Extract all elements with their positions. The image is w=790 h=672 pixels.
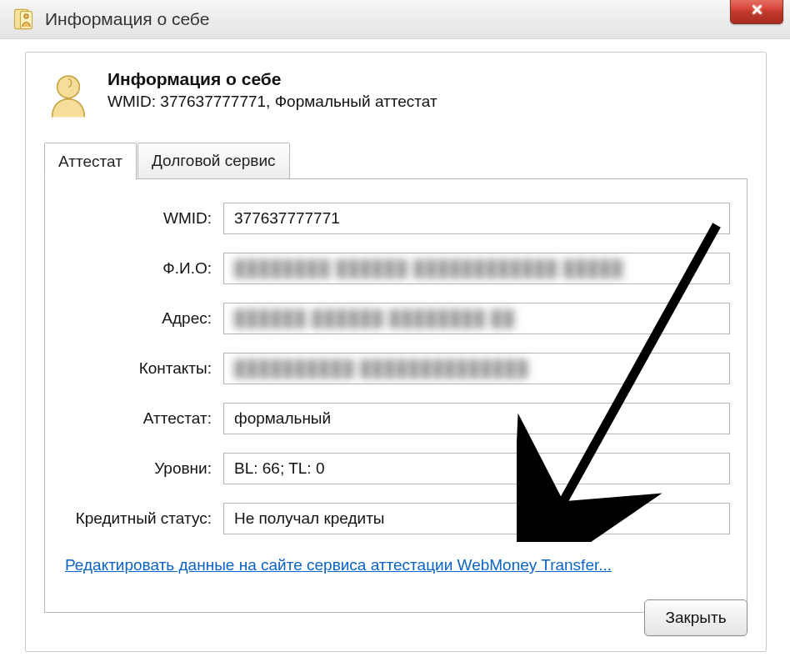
header-row: Информация о себе WMID: 377637777771, Фо… bbox=[44, 69, 748, 119]
tabstrip: Аттестат Долговой сервис bbox=[44, 143, 748, 179]
label-address: Адрес: bbox=[62, 309, 223, 328]
info-window: Информация о себе ✕ Информация о себе WM… bbox=[0, 0, 790, 672]
user-avatar-icon bbox=[44, 71, 92, 119]
close-button-label: Закрыть bbox=[665, 609, 726, 627]
field-certificate[interactable]: формальный bbox=[223, 403, 730, 434]
field-credit[interactable]: Не получал кредиты bbox=[223, 503, 730, 534]
field-address[interactable]: ██████ ██████ ████████ ██ bbox=[223, 303, 730, 334]
field-fio[interactable]: ████████ ██████ ████████████ █████ bbox=[223, 253, 730, 284]
app-icon bbox=[12, 8, 35, 31]
edit-data-link[interactable]: Редактировать данные на сайте сервиса ат… bbox=[65, 556, 612, 574]
row-contacts: Контакты: ██████████ ██████████████ bbox=[62, 353, 730, 384]
label-contacts: Контакты: bbox=[62, 359, 223, 378]
header-title: Информация о себе bbox=[108, 69, 438, 89]
label-levels: Уровни: bbox=[62, 459, 223, 478]
field-wmid[interactable]: 377637777771 bbox=[223, 203, 730, 234]
form-area: WMID: 377637777771 Ф.И.О: ████████ █████… bbox=[44, 179, 748, 613]
row-levels: Уровни: BL: 66; TL: 0 bbox=[62, 453, 730, 484]
label-fio: Ф.И.О: bbox=[62, 259, 223, 278]
row-address: Адрес: ██████ ██████ ████████ ██ bbox=[62, 303, 730, 334]
row-credit: Кредитный статус: Не получал кредиты bbox=[62, 503, 730, 534]
field-levels[interactable]: BL: 66; TL: 0 bbox=[223, 453, 730, 484]
window-close-button[interactable]: ✕ bbox=[730, 0, 783, 24]
row-fio: Ф.И.О: ████████ ██████ ████████████ ████… bbox=[62, 253, 730, 284]
titlebar: Информация о себе ✕ bbox=[0, 0, 790, 39]
label-certificate: Аттестат: bbox=[62, 409, 223, 428]
svg-point-2 bbox=[24, 14, 28, 18]
label-wmid: WMID: bbox=[62, 209, 223, 228]
window-title: Информация о себе bbox=[45, 9, 209, 29]
row-wmid: WMID: 377637777771 bbox=[62, 203, 730, 234]
close-button[interactable]: Закрыть bbox=[644, 599, 748, 636]
header-subtitle: WMID: 377637777771, Формальный аттестат bbox=[108, 93, 438, 111]
tab-debt-service[interactable]: Долговой сервис bbox=[138, 143, 290, 179]
close-icon: ✕ bbox=[751, 1, 763, 19]
row-certificate: Аттестат: формальный bbox=[62, 403, 730, 434]
tab-label: Долговой сервис bbox=[152, 152, 276, 170]
main-panel: Информация о себе WMID: 377637777771, Фо… bbox=[25, 52, 767, 652]
label-credit: Кредитный статус: bbox=[62, 509, 223, 528]
tab-certificate[interactable]: Аттестат bbox=[44, 143, 137, 180]
tab-label: Аттестат bbox=[58, 153, 122, 171]
field-contacts[interactable]: ██████████ ██████████████ bbox=[223, 353, 730, 384]
header-texts: Информация о себе WMID: 377637777771, Фо… bbox=[108, 69, 438, 111]
